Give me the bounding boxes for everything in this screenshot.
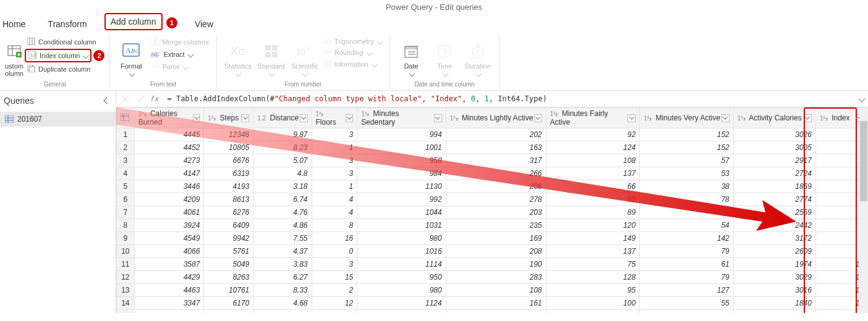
- cell[interactable]: 3016: [733, 284, 815, 297]
- cell[interactable]: 1114: [357, 258, 446, 271]
- cell[interactable]: 4.37: [253, 245, 312, 258]
- cell[interactable]: 10805: [204, 141, 253, 154]
- cell[interactable]: 3172: [733, 232, 815, 245]
- conditional-column-button[interactable]: Conditional column: [25, 36, 104, 48]
- cell[interactable]: 152: [640, 128, 734, 141]
- cell[interactable]: 128: [546, 271, 640, 284]
- cell[interactable]: 38: [640, 180, 734, 193]
- cell[interactable]: 4.76: [253, 206, 312, 219]
- format-button[interactable]: ABC Format: [115, 36, 147, 77]
- cell[interactable]: 4061: [134, 206, 204, 219]
- cell[interactable]: 4066: [134, 245, 204, 258]
- cell[interactable]: 87: [546, 310, 640, 314]
- cell[interactable]: 3: [312, 128, 357, 141]
- tab-add-column[interactable]: Add column: [104, 13, 163, 30]
- cell[interactable]: 9942: [204, 232, 253, 245]
- cell[interactable]: 142: [640, 232, 734, 245]
- table-row[interactable]: 7406162764.76410442038925596: [117, 206, 868, 219]
- cell[interactable]: 78: [640, 193, 734, 206]
- cell[interactable]: 5909: [204, 310, 253, 314]
- row-number[interactable]: 9: [117, 232, 135, 245]
- expand-formula-icon[interactable]: [859, 94, 864, 103]
- table-row[interactable]: 24452108058.231100116312415230051: [117, 141, 868, 154]
- cell[interactable]: 1130: [357, 180, 446, 193]
- cell[interactable]: 169: [446, 232, 546, 245]
- cell[interactable]: 3924: [134, 219, 204, 232]
- cell[interactable]: 1044: [357, 206, 446, 219]
- cell[interactable]: 1: [312, 141, 357, 154]
- cell[interactable]: 92: [546, 193, 640, 206]
- table-row[interactable]: 6420986136.744992278927827745: [117, 193, 868, 206]
- cell[interactable]: 4463: [134, 284, 204, 297]
- cell[interactable]: 6276: [204, 206, 253, 219]
- cell[interactable]: 6319: [204, 167, 253, 180]
- cell[interactable]: 266: [446, 167, 546, 180]
- table-row[interactable]: 9454999427.551698016914914231728: [117, 232, 868, 245]
- cell[interactable]: 0: [312, 245, 357, 258]
- cell[interactable]: 984: [357, 167, 446, 180]
- cell[interactable]: 3744: [134, 310, 204, 314]
- cell[interactable]: 1001: [357, 141, 446, 154]
- index-column-button[interactable]: 12 Index column: [25, 49, 91, 62]
- cell[interactable]: 1124: [357, 297, 446, 310]
- cell[interactable]: 10761: [204, 284, 253, 297]
- table-row[interactable]: 3427366765.0739583171085729172: [117, 154, 868, 167]
- cell[interactable]: 79: [640, 245, 734, 258]
- cell[interactable]: 3005: [733, 141, 815, 154]
- cell[interactable]: 12346: [204, 128, 253, 141]
- cell[interactable]: 4.49: [253, 310, 312, 314]
- tab-transform[interactable]: Transform: [43, 17, 91, 31]
- cell[interactable]: 6.74: [253, 193, 312, 206]
- cell[interactable]: 2442: [733, 219, 815, 232]
- cell[interactable]: 2609: [733, 245, 815, 258]
- cell[interactable]: 92: [546, 128, 640, 141]
- cell[interactable]: 152: [640, 141, 734, 154]
- cell[interactable]: 3587: [134, 258, 204, 271]
- row-number[interactable]: 1: [117, 128, 135, 141]
- cell[interactable]: 108: [546, 154, 640, 167]
- cell[interactable]: 1: [312, 180, 357, 193]
- cell[interactable]: 8613: [204, 193, 253, 206]
- grid-corner[interactable]: [117, 108, 135, 128]
- table-row[interactable]: 15374459094.49210311558779219414: [117, 310, 868, 314]
- cell[interactable]: 161: [446, 297, 546, 310]
- cell[interactable]: 57: [640, 154, 734, 167]
- data-grid[interactable]: 1²₃ Calories Burned1²₃ Steps1.2 Distance…: [116, 107, 868, 313]
- cell[interactable]: 54: [640, 219, 734, 232]
- cell[interactable]: 15: [312, 271, 357, 284]
- column-header[interactable]: 1.2 Distance: [253, 108, 312, 128]
- row-number[interactable]: 8: [117, 219, 135, 232]
- table-row[interactable]: 4414763194.839842661375327243: [117, 167, 868, 180]
- cell[interactable]: 4.8: [253, 167, 312, 180]
- cell[interactable]: 1031: [357, 219, 446, 232]
- cell[interactable]: 4209: [134, 193, 204, 206]
- cell[interactable]: 3026: [733, 128, 815, 141]
- filter-icon[interactable]: [534, 114, 542, 122]
- table-row[interactable]: 10406657614.37010162081377926099: [117, 245, 868, 258]
- cell[interactable]: 283: [446, 271, 546, 284]
- cell[interactable]: 958: [357, 154, 446, 167]
- cell[interactable]: 4.86: [253, 219, 312, 232]
- table-row[interactable]: 5344641933.1811130206663818694: [117, 180, 868, 193]
- cell[interactable]: 127: [640, 284, 734, 297]
- cell[interactable]: 137: [546, 167, 640, 180]
- cell[interactable]: 1974: [733, 258, 815, 271]
- filter-icon[interactable]: [721, 114, 730, 122]
- cell[interactable]: 1016: [357, 245, 446, 258]
- cell[interactable]: 8.33: [253, 284, 312, 297]
- cancel-formula-icon[interactable]: [120, 93, 131, 104]
- formula-bar[interactable]: fx = Table.AddIndexColumn(#"Changed colu…: [116, 91, 868, 107]
- cell[interactable]: 3: [312, 258, 357, 271]
- cell[interactable]: 55: [640, 297, 734, 310]
- cell[interactable]: 7.55: [253, 232, 312, 245]
- cell[interactable]: 1869: [733, 180, 815, 193]
- cell[interactable]: 89: [546, 206, 640, 219]
- cell[interactable]: 2917: [733, 154, 815, 167]
- cell[interactable]: 6409: [204, 219, 253, 232]
- row-number[interactable]: 12: [117, 271, 135, 284]
- cell[interactable]: 2724: [733, 167, 815, 180]
- table-row[interactable]: 11358750493.83311141907561197410: [117, 258, 868, 271]
- row-number[interactable]: 2: [117, 141, 135, 154]
- custom-column-button[interactable]: ustom olumn: [5, 36, 23, 77]
- row-number[interactable]: 3: [117, 154, 135, 167]
